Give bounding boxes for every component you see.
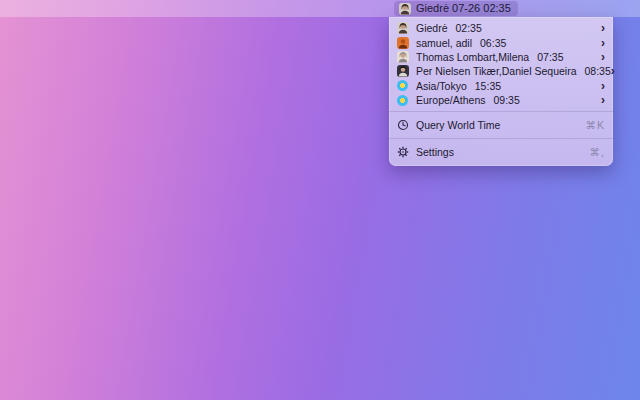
person-time: 02:35	[456, 22, 482, 34]
menu-item-person-samuel-adil[interactable]: samuel, adil 06:35 ›	[389, 35, 613, 49]
avatar-samuel-adil-icon	[397, 37, 409, 49]
keyboard-shortcut: ⌘K	[585, 119, 605, 131]
menu-item-query-world-time[interactable]: Query World Time ⌘K	[389, 115, 613, 134]
person-name: Thomas Lombart,Milena	[416, 51, 529, 63]
menu-item-settings[interactable]: Settings ⌘,	[389, 142, 613, 161]
person-name: Per Nielsen Tikær,Daniel Sequeira	[416, 65, 577, 77]
menu-item-person-per-daniel[interactable]: Per Nielsen Tikær,Daniel Sequeira 08:35 …	[389, 64, 613, 78]
submenu-chevron-icon: ›	[611, 66, 615, 77]
action-label: Query World Time	[416, 119, 500, 131]
action-label: Settings	[416, 146, 454, 158]
world-clock-dropdown-menu: Giedrė 02:35 › samuel, adil 06:35 › Thom…	[389, 17, 613, 166]
person-time: 08:35	[585, 65, 611, 77]
menu-item-person-thomas-milena[interactable]: Thomas Lombart,Milena 07:35 ›	[389, 50, 613, 64]
submenu-chevron-icon: ›	[601, 95, 605, 106]
person-name: Giedrė	[416, 22, 448, 34]
submenu-chevron-icon: ›	[601, 52, 605, 63]
menu-separator	[389, 138, 613, 139]
avatar-giedre-icon	[397, 22, 409, 34]
gear-icon	[397, 146, 409, 158]
submenu-chevron-icon: ›	[601, 23, 605, 34]
timezone-name: Europe/Athens	[416, 94, 485, 106]
avatar-giedre-icon	[399, 3, 411, 15]
submenu-chevron-icon: ›	[601, 37, 605, 48]
person-time: 06:35	[480, 37, 506, 49]
timezone-time: 09:35	[493, 94, 519, 106]
person-name: samuel, adil	[416, 37, 472, 49]
person-time: 07:35	[537, 51, 563, 63]
avatar-per-daniel-icon	[397, 65, 409, 77]
menu-separator	[389, 111, 613, 112]
timezone-globe-icon	[397, 95, 408, 106]
status-item-world-clock[interactable]: Giedrė 07-26 02:35	[394, 1, 518, 16]
menu-item-person-giedre[interactable]: Giedrė 02:35 ›	[389, 21, 613, 35]
timezone-time: 15:35	[475, 80, 501, 92]
menu-item-timezone-europe-athens[interactable]: Europe/Athens 09:35 ›	[389, 93, 613, 107]
timezone-globe-icon	[397, 80, 408, 91]
clock-icon	[397, 119, 409, 131]
keyboard-shortcut: ⌘,	[590, 146, 605, 158]
menubar: Giedrė 07-26 02:35	[0, 0, 640, 17]
avatar-thomas-milena-icon	[397, 51, 409, 63]
menu-item-timezone-asia-tokyo[interactable]: Asia/Tokyo 15:35 ›	[389, 79, 613, 93]
submenu-chevron-icon: ›	[601, 81, 605, 92]
status-item-label: Giedrė 07-26 02:35	[416, 1, 511, 16]
timezone-name: Asia/Tokyo	[416, 80, 467, 92]
